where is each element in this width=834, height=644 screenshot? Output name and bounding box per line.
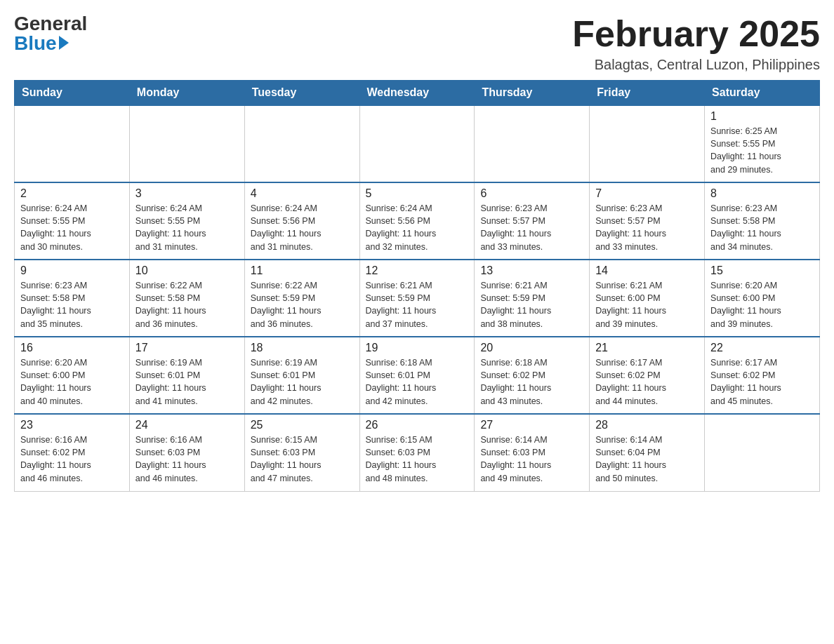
calendar-cell: 22Sunrise: 6:17 AM Sunset: 6:02 PM Dayli… [705, 337, 820, 414]
calendar-cell [590, 105, 705, 182]
day-number: 27 [480, 419, 583, 431]
day-info: Sunrise: 6:19 AM Sunset: 6:01 PM Dayligh… [135, 356, 239, 408]
day-number: 8 [710, 187, 814, 200]
logo-blue-text: Blue [14, 34, 69, 53]
day-number: 7 [595, 187, 699, 200]
day-number: 25 [251, 419, 354, 431]
weekday-header-friday: Friday [590, 81, 705, 106]
day-number: 14 [595, 264, 699, 277]
calendar-cell: 13Sunrise: 6:21 AM Sunset: 5:59 PM Dayli… [475, 260, 590, 337]
day-number: 2 [20, 187, 124, 200]
title-section: February 2025 Balagtas, Central Luzon, P… [572, 14, 820, 73]
calendar-cell [705, 414, 820, 491]
day-number: 6 [480, 187, 583, 200]
calendar-week-2: 2Sunrise: 6:24 AM Sunset: 5:55 PM Daylig… [15, 182, 820, 260]
calendar-cell [359, 105, 475, 182]
calendar-cell [475, 105, 590, 182]
day-info: Sunrise: 6:21 AM Sunset: 5:59 PM Dayligh… [480, 279, 583, 330]
day-number: 16 [20, 342, 124, 354]
calendar-cell: 9Sunrise: 6:23 AM Sunset: 5:58 PM Daylig… [15, 260, 130, 337]
day-number: 17 [135, 342, 239, 354]
day-number: 4 [251, 187, 354, 200]
day-info: Sunrise: 6:14 AM Sunset: 6:04 PM Dayligh… [595, 434, 699, 485]
day-info: Sunrise: 6:21 AM Sunset: 6:00 PM Dayligh… [595, 279, 699, 330]
calendar-header-row: SundayMondayTuesdayWednesdayThursdayFrid… [15, 81, 820, 106]
day-info: Sunrise: 6:14 AM Sunset: 6:03 PM Dayligh… [480, 434, 583, 485]
day-info: Sunrise: 6:22 AM Sunset: 5:59 PM Dayligh… [251, 279, 354, 330]
calendar-cell: 3Sunrise: 6:24 AM Sunset: 5:55 PM Daylig… [129, 182, 244, 260]
day-number: 21 [595, 342, 699, 354]
calendar-week-3: 9Sunrise: 6:23 AM Sunset: 5:58 PM Daylig… [15, 260, 820, 337]
day-number: 11 [251, 264, 354, 277]
calendar-cell: 15Sunrise: 6:20 AM Sunset: 6:00 PM Dayli… [705, 260, 820, 337]
weekday-header-sunday: Sunday [15, 81, 130, 106]
calendar-cell: 18Sunrise: 6:19 AM Sunset: 6:01 PM Dayli… [244, 337, 359, 414]
weekday-header-wednesday: Wednesday [359, 81, 475, 106]
calendar-table: SundayMondayTuesdayWednesdayThursdayFrid… [14, 80, 820, 492]
weekday-header-saturday: Saturday [705, 81, 820, 106]
day-info: Sunrise: 6:24 AM Sunset: 5:56 PM Dayligh… [366, 202, 469, 253]
calendar-cell: 10Sunrise: 6:22 AM Sunset: 5:58 PM Dayli… [129, 260, 244, 337]
day-info: Sunrise: 6:23 AM Sunset: 5:57 PM Dayligh… [595, 202, 699, 253]
calendar-cell: 2Sunrise: 6:24 AM Sunset: 5:55 PM Daylig… [15, 182, 130, 260]
calendar-cell: 21Sunrise: 6:17 AM Sunset: 6:02 PM Dayli… [590, 337, 705, 414]
day-number: 26 [366, 419, 469, 431]
day-info: Sunrise: 6:23 AM Sunset: 5:57 PM Dayligh… [480, 202, 583, 253]
calendar-cell: 4Sunrise: 6:24 AM Sunset: 5:56 PM Daylig… [244, 182, 359, 260]
day-number: 28 [595, 419, 699, 431]
day-number: 9 [20, 264, 124, 277]
day-number: 5 [366, 187, 469, 200]
calendar-cell: 14Sunrise: 6:21 AM Sunset: 6:00 PM Dayli… [590, 260, 705, 337]
calendar-cell: 8Sunrise: 6:23 AM Sunset: 5:58 PM Daylig… [705, 182, 820, 260]
day-info: Sunrise: 6:16 AM Sunset: 6:03 PM Dayligh… [135, 434, 239, 485]
page-header: General Blue February 2025 Balagtas, Cen… [14, 14, 820, 73]
day-info: Sunrise: 6:21 AM Sunset: 5:59 PM Dayligh… [366, 279, 469, 330]
day-info: Sunrise: 6:15 AM Sunset: 6:03 PM Dayligh… [251, 434, 354, 485]
logo-arrow-icon [59, 36, 69, 50]
calendar-cell: 11Sunrise: 6:22 AM Sunset: 5:59 PM Dayli… [244, 260, 359, 337]
day-info: Sunrise: 6:24 AM Sunset: 5:55 PM Dayligh… [135, 202, 239, 253]
calendar-cell: 23Sunrise: 6:16 AM Sunset: 6:02 PM Dayli… [15, 414, 130, 491]
month-title: February 2025 [572, 14, 820, 54]
day-info: Sunrise: 6:25 AM Sunset: 5:55 PM Dayligh… [710, 125, 814, 176]
day-info: Sunrise: 6:17 AM Sunset: 6:02 PM Dayligh… [595, 356, 699, 408]
day-info: Sunrise: 6:24 AM Sunset: 5:56 PM Dayligh… [251, 202, 354, 253]
weekday-header-monday: Monday [129, 81, 244, 106]
day-number: 13 [480, 264, 583, 277]
calendar-cell: 20Sunrise: 6:18 AM Sunset: 6:02 PM Dayli… [475, 337, 590, 414]
day-number: 1 [710, 110, 814, 123]
calendar-week-1: 1Sunrise: 6:25 AM Sunset: 5:55 PM Daylig… [15, 105, 820, 182]
calendar-cell: 19Sunrise: 6:18 AM Sunset: 6:01 PM Dayli… [359, 337, 475, 414]
day-info: Sunrise: 6:23 AM Sunset: 5:58 PM Dayligh… [20, 279, 124, 330]
day-number: 15 [710, 264, 814, 277]
day-info: Sunrise: 6:18 AM Sunset: 6:02 PM Dayligh… [480, 356, 583, 408]
calendar-cell [129, 105, 244, 182]
calendar-cell: 6Sunrise: 6:23 AM Sunset: 5:57 PM Daylig… [475, 182, 590, 260]
day-number: 19 [366, 342, 469, 354]
calendar-cell: 12Sunrise: 6:21 AM Sunset: 5:59 PM Dayli… [359, 260, 475, 337]
weekday-header-thursday: Thursday [475, 81, 590, 106]
calendar-cell: 26Sunrise: 6:15 AM Sunset: 6:03 PM Dayli… [359, 414, 475, 491]
day-info: Sunrise: 6:20 AM Sunset: 6:00 PM Dayligh… [20, 356, 124, 408]
day-info: Sunrise: 6:24 AM Sunset: 5:55 PM Dayligh… [20, 202, 124, 253]
day-number: 23 [20, 419, 124, 431]
calendar-cell [15, 105, 130, 182]
day-number: 22 [710, 342, 814, 354]
day-info: Sunrise: 6:17 AM Sunset: 6:02 PM Dayligh… [710, 356, 814, 408]
calendar-cell: 28Sunrise: 6:14 AM Sunset: 6:04 PM Dayli… [590, 414, 705, 491]
calendar-cell: 16Sunrise: 6:20 AM Sunset: 6:00 PM Dayli… [15, 337, 130, 414]
day-info: Sunrise: 6:22 AM Sunset: 5:58 PM Dayligh… [135, 279, 239, 330]
calendar-cell: 25Sunrise: 6:15 AM Sunset: 6:03 PM Dayli… [244, 414, 359, 491]
day-number: 18 [251, 342, 354, 354]
calendar-cell: 7Sunrise: 6:23 AM Sunset: 5:57 PM Daylig… [590, 182, 705, 260]
day-number: 24 [135, 419, 239, 431]
calendar-cell: 17Sunrise: 6:19 AM Sunset: 6:01 PM Dayli… [129, 337, 244, 414]
day-info: Sunrise: 6:19 AM Sunset: 6:01 PM Dayligh… [251, 356, 354, 408]
weekday-header-tuesday: Tuesday [244, 81, 359, 106]
day-number: 12 [366, 264, 469, 277]
location-text: Balagtas, Central Luzon, Philippines [572, 57, 820, 73]
calendar-cell: 1Sunrise: 6:25 AM Sunset: 5:55 PM Daylig… [705, 105, 820, 182]
day-info: Sunrise: 6:15 AM Sunset: 6:03 PM Dayligh… [366, 434, 469, 485]
logo: General Blue [14, 14, 87, 53]
day-info: Sunrise: 6:16 AM Sunset: 6:02 PM Dayligh… [20, 434, 124, 485]
